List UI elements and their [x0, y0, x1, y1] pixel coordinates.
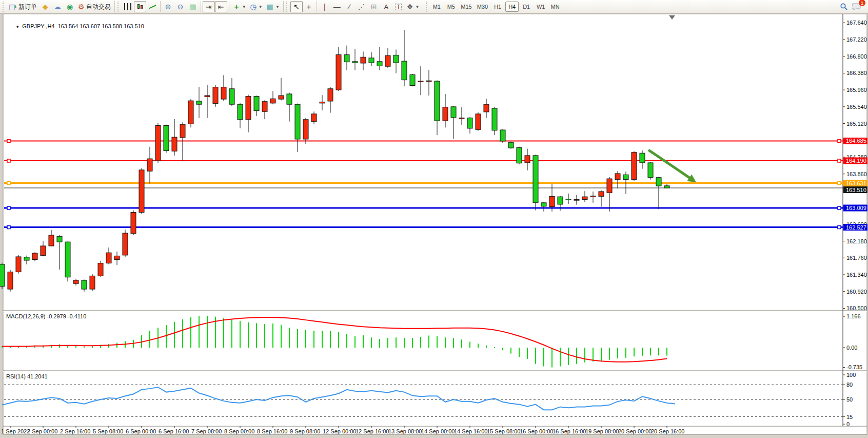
search-button[interactable]	[838, 1, 850, 12]
timeframe-m15[interactable]: M15	[459, 2, 474, 12]
shapes-tool[interactable]: ❖▼	[405, 1, 421, 12]
toolbar-grip[interactable]	[426, 2, 429, 12]
search-icon	[840, 3, 848, 11]
timeframe-h1[interactable]: H1	[491, 2, 504, 12]
svg-text:8 Sep 00:00: 8 Sep 00:00	[224, 428, 254, 434]
svg-text:20 Sep 16:00: 20 Sep 16:00	[651, 428, 684, 434]
horizontal-line-tool[interactable]: —	[331, 1, 343, 12]
zoom-in-button[interactable]: ⊕	[162, 1, 174, 12]
svg-text:163.631: 163.631	[846, 180, 866, 186]
new-order-label: 新订单	[18, 3, 37, 11]
line-chart-button[interactable]	[146, 1, 159, 12]
svg-text:160.500: 160.500	[846, 305, 867, 311]
paint-bucket-button[interactable]: ◆	[39, 1, 51, 12]
svg-text:2 Sep 16:00: 2 Sep 16:00	[60, 428, 90, 434]
auto-trading-button[interactable]: ⚙ 自动交易	[76, 1, 113, 12]
svg-text:166.800: 166.800	[846, 53, 867, 60]
svg-text:1.166: 1.166	[846, 313, 861, 319]
toolbar-separator	[423, 1, 423, 12]
timeframe-m30[interactable]: M30	[475, 2, 490, 12]
symbol-ohlc-text: GBPJPY-,H4 163.564 163.607 163.508 163.5…	[22, 23, 144, 29]
svg-text:164.685: 164.685	[846, 138, 866, 144]
price-chart[interactable]: 167.640167.220166.800166.380165.960165.5…	[0, 14, 868, 438]
toolbar-grip[interactable]	[117, 2, 121, 12]
toolbar-separator	[201, 1, 201, 12]
new-order-button[interactable]: ▤+ 新订单	[7, 1, 39, 12]
svg-text:9 Sep 08:00: 9 Sep 08:00	[290, 428, 320, 434]
svg-text:100: 100	[846, 372, 856, 378]
svg-text:167.640: 167.640	[846, 20, 867, 26]
period-button[interactable]: ◷▼	[248, 1, 265, 12]
timeframe-w1[interactable]: W1	[534, 2, 547, 12]
timeframe-mn[interactable]: MN	[548, 2, 562, 12]
horizontal-line-icon: —	[333, 3, 341, 10]
svg-text:80: 80	[846, 382, 853, 388]
publisher-icon: ☁	[54, 3, 61, 10]
fibonacci-icon: ⋰	[358, 3, 365, 10]
period-icon: ◷	[250, 3, 257, 10]
text-label-icon: T	[395, 4, 402, 10]
text-icon: A	[384, 4, 389, 10]
candlestick-chart-button[interactable]	[134, 1, 146, 12]
zoom-out-button[interactable]: ⊖	[174, 1, 187, 12]
svg-text:6 Sep 00:00: 6 Sep 00:00	[126, 428, 156, 434]
svg-text:19 Sep 08:00: 19 Sep 08:00	[585, 428, 619, 434]
svg-text:163.009: 163.009	[846, 205, 866, 211]
svg-text:-0.735: -0.735	[846, 364, 862, 370]
notifications-button[interactable]: 1	[850, 1, 863, 12]
crosshair-tool-button[interactable]: ＋	[303, 1, 315, 12]
signal-button[interactable]: ◉	[64, 1, 76, 12]
timeframe-m1[interactable]: M1	[430, 2, 443, 12]
vertical-line-icon: |	[324, 3, 326, 10]
text-label-tool[interactable]: T	[392, 1, 405, 12]
svg-text:163.860: 163.860	[846, 171, 867, 177]
signal-icon: ◉	[67, 3, 73, 10]
svg-text:1 Sep 2022: 1 Sep 2022	[1, 428, 30, 434]
toolbar-grip[interactable]	[3, 2, 6, 12]
chevron-down-icon[interactable]: ▼	[15, 25, 19, 29]
notification-count-badge: 1	[859, 0, 865, 6]
add-indicator-icon: ＋	[233, 3, 240, 10]
svg-text:163.510: 163.510	[846, 187, 866, 193]
chart-shift-icon: ⇤	[218, 3, 224, 10]
toolbar-separator	[114, 1, 115, 12]
timeframe-h4[interactable]: H4	[505, 2, 519, 12]
svg-text:161.760: 161.760	[846, 255, 867, 261]
chart-title: ▼GBPJPY-,H4 163.564 163.607 163.508 163.…	[6, 17, 144, 35]
add-indicator-button[interactable]: ＋▼	[231, 1, 248, 12]
auto-trading-label: 自动交易	[86, 3, 111, 11]
svg-text:166.380: 166.380	[846, 70, 867, 76]
svg-text:12 Sep 00:00: 12 Sep 00:00	[323, 428, 356, 434]
toolbar-separator	[160, 1, 161, 12]
robot-icon: ⚙	[78, 3, 85, 10]
macd-indicator-label: MACD(12,26,9) -0.2979 -0.4110	[6, 313, 86, 319]
tile-windows-button[interactable]: ▦	[187, 1, 199, 12]
svg-text:16 Sep 00:00: 16 Sep 00:00	[520, 428, 553, 434]
timeframe-m5[interactable]: M5	[444, 2, 458, 12]
auto-scroll-button[interactable]: ⇥	[203, 1, 215, 12]
svg-text:15: 15	[846, 414, 853, 420]
grid-tool[interactable]: ⊞	[368, 1, 380, 12]
vertical-line-tool[interactable]: |	[319, 1, 331, 12]
timeframe-d1[interactable]: D1	[520, 2, 533, 12]
svg-text:20 Sep 00:00: 20 Sep 00:00	[618, 428, 652, 434]
svg-text:50: 50	[846, 396, 853, 403]
publisher-button[interactable]: ☁	[51, 1, 64, 12]
bar-chart-button[interactable]	[122, 1, 134, 12]
cursor-tool-button[interactable]: ↖	[290, 1, 303, 12]
chevron-down-icon: ▼	[259, 5, 263, 9]
zoom-in-icon: ⊕	[165, 3, 171, 10]
template-button[interactable]: ▥▼	[265, 1, 282, 12]
svg-text:14 Sep 16:00: 14 Sep 16:00	[454, 428, 487, 434]
chevron-down-icon: ▼	[415, 5, 419, 9]
trendline-tool[interactable]: ∕	[343, 1, 356, 12]
svg-text:16 Sep 16:00: 16 Sep 16:00	[553, 428, 586, 434]
text-tool[interactable]: A	[380, 1, 392, 12]
svg-text:8 Sep 16:00: 8 Sep 16:00	[257, 428, 287, 434]
main-toolbar: ▤+ 新订单 ◆ ☁ ◉ ⚙ 自动交易 ⊕ ⊖ ▦ ⇥ ⇤ ＋▼ ◷▼ ▥▼ ↖…	[0, 0, 868, 14]
svg-text:5 Sep 08:00: 5 Sep 08:00	[93, 428, 123, 434]
svg-text:161.340: 161.340	[846, 272, 867, 278]
chart-shift-button[interactable]: ⇤	[215, 1, 227, 12]
toolbar-grip[interactable]	[286, 2, 289, 12]
fibonacci-tool[interactable]: ⋰	[356, 1, 368, 12]
